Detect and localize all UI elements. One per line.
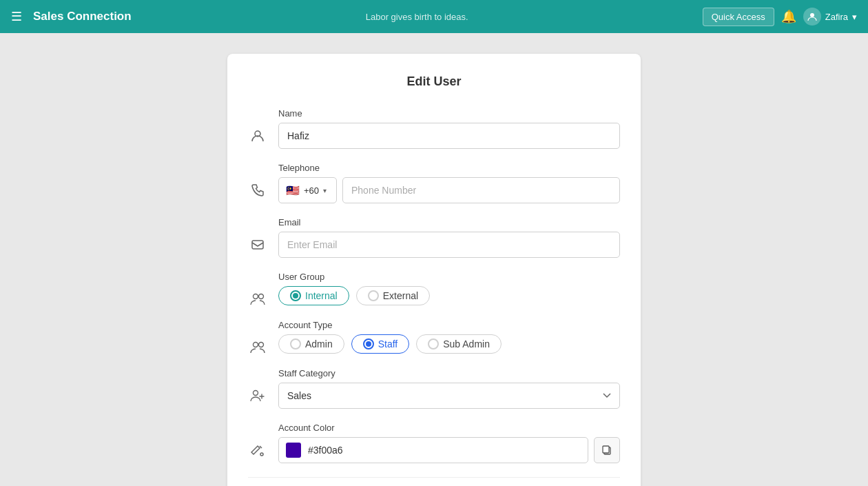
account-type-subadmin-label: Sub Admin (443, 338, 490, 350)
user-group-internal[interactable]: Internal (278, 286, 349, 305)
person-icon (248, 108, 267, 143)
staff-category-icon (248, 368, 267, 403)
notification-bell-icon[interactable]: 🔔 (781, 9, 796, 24)
telephone-input-group: 🇲🇾 +60 ▾ (278, 177, 620, 203)
svg-point-7 (254, 391, 258, 396)
svg-point-4 (259, 294, 264, 299)
svg-point-3 (254, 294, 258, 299)
svg-point-6 (259, 343, 264, 347)
svg-rect-2 (252, 241, 263, 249)
svg-rect-10 (603, 446, 609, 453)
group-icon (248, 272, 267, 306)
color-swatch (286, 443, 301, 458)
telephone-label: Telephone (278, 163, 620, 173)
country-code: +60 (304, 185, 319, 196)
staff-category-field-wrapper: Staff Category Sales Marketing Support (278, 368, 620, 409)
account-type-label: Account Type (278, 320, 620, 330)
desktop-access-row: Desktop Version Access Permission (248, 477, 620, 486)
account-type-options: Admin Staff Sub Admin (278, 334, 620, 354)
account-color-field-wrapper: Account Color #3f00a6 (278, 423, 620, 463)
radio-admin-circle (290, 338, 301, 350)
menu-icon[interactable]: ☰ (11, 9, 22, 24)
user-group-label: User Group (278, 272, 620, 282)
account-type-staff[interactable]: Staff (351, 334, 410, 354)
account-type-staff-label: Staff (378, 338, 398, 350)
color-input-wrapper[interactable]: #3f00a6 (278, 437, 588, 463)
name-field-wrapper: Name (278, 108, 620, 149)
user-group-external[interactable]: External (356, 286, 430, 305)
header-tagline: Labor gives birth to ideas. (143, 12, 692, 22)
radio-internal-circle (290, 290, 301, 301)
app-logo: Sales Connection (33, 10, 132, 23)
account-color-label: Account Color (278, 423, 620, 433)
copy-color-button[interactable] (594, 437, 620, 463)
message-icon (248, 217, 267, 252)
account-type-subadmin[interactable]: Sub Admin (416, 334, 502, 354)
account-type-row: Account Type Admin Staff Sub Admi (248, 320, 620, 354)
user-name-label: Zafira (825, 12, 848, 22)
account-color-row: Account Color #3f00a6 (248, 423, 620, 463)
color-picker-icon (248, 423, 267, 457)
telephone-field-row: Telephone 🇲🇾 +60 ▾ (248, 163, 620, 203)
svg-point-8 (260, 453, 263, 456)
header: ☰ Sales Connection Labor gives birth to … (0, 0, 868, 33)
color-hex-value: #3f00a6 (308, 445, 343, 456)
telephone-field-wrapper: Telephone 🇲🇾 +60 ▾ (278, 163, 620, 203)
email-input[interactable] (278, 232, 620, 258)
phone-icon (248, 163, 267, 197)
account-type-icon (248, 320, 267, 354)
radio-subadmin-circle (428, 338, 439, 350)
account-type-field-wrapper: Account Type Admin Staff Sub Admi (278, 320, 620, 354)
account-type-admin-label: Admin (305, 338, 333, 350)
card-title: Edit User (248, 74, 620, 89)
edit-user-card: Edit User Name Telephone 🇲🇾 +60 (227, 54, 641, 486)
staff-category-row: Staff Category Sales Marketing Support (248, 368, 620, 409)
country-selector[interactable]: 🇲🇾 +60 ▾ (278, 177, 337, 203)
phone-number-input[interactable] (342, 177, 620, 203)
radio-external-circle (368, 290, 379, 301)
quick-access-button[interactable]: Quick Access (703, 8, 774, 26)
radio-staff-circle (363, 338, 374, 350)
name-input[interactable] (278, 123, 620, 149)
svg-point-5 (254, 343, 258, 347)
color-input-row: #3f00a6 (278, 437, 620, 463)
name-label: Name (278, 108, 620, 119)
email-label: Email (278, 217, 620, 227)
user-group-field-wrapper: User Group Internal External (278, 272, 620, 305)
user-menu[interactable]: Zafira ▾ (803, 8, 857, 26)
header-right: Quick Access 🔔 Zafira ▾ (703, 8, 857, 26)
staff-category-select[interactable]: Sales Marketing Support (278, 383, 620, 409)
country-chevron-icon: ▾ (323, 187, 327, 194)
radio-internal-dot (293, 293, 298, 298)
user-group-row: User Group Internal External (248, 272, 620, 306)
page-content: Edit User Name Telephone 🇲🇾 +60 (0, 33, 868, 486)
staff-category-label: Staff Category (278, 368, 620, 378)
svg-point-0 (810, 13, 814, 17)
user-group-options: Internal External (278, 286, 620, 305)
user-group-internal-label: Internal (305, 290, 338, 301)
user-chevron-icon: ▾ (852, 12, 857, 22)
email-field-row: Email (248, 217, 620, 258)
radio-staff-dot (366, 341, 371, 347)
avatar (803, 8, 821, 26)
name-field-row: Name (248, 108, 620, 149)
user-group-external-label: External (383, 290, 418, 301)
email-field-wrapper: Email (278, 217, 620, 258)
country-flag: 🇲🇾 (286, 184, 300, 197)
account-type-admin[interactable]: Admin (278, 334, 344, 354)
